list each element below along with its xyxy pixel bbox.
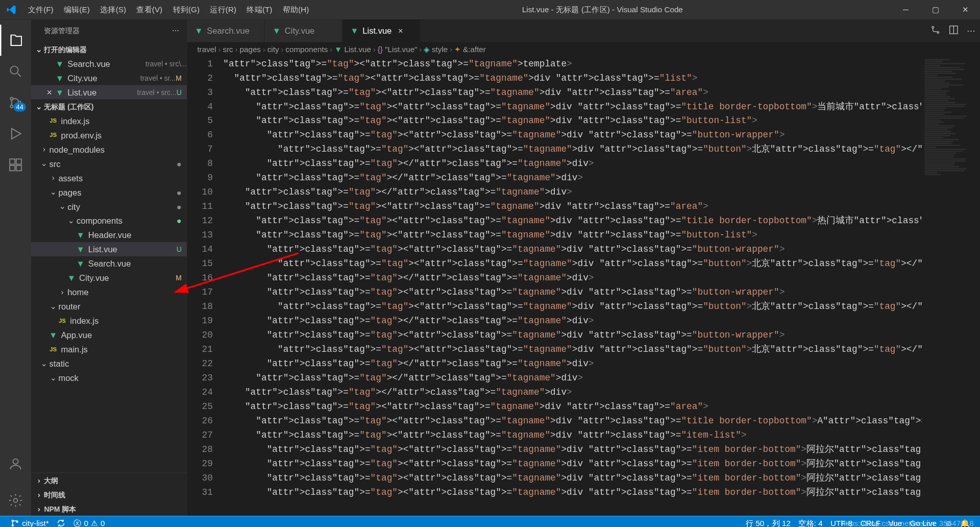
folder-name: router [58, 301, 187, 311]
minimap[interactable] [922, 57, 980, 516]
menu-item[interactable]: 编辑(E) [59, 0, 95, 19]
section-header[interactable]: ›大纲 [31, 473, 187, 488]
close-icon[interactable]: × [44, 87, 54, 97]
section-header[interactable]: ›NPM 脚本 [31, 501, 187, 516]
section-header[interactable]: ›时间线 [31, 488, 187, 502]
file-name: index.js [70, 316, 187, 325]
cursor-position[interactable]: 行 50，列 12 [742, 518, 794, 527]
tree-item[interactable]: ▼App.vue [31, 328, 187, 342]
tree-item[interactable]: ⌄components● [31, 213, 187, 228]
folder-chevron-icon: ⌄ [39, 159, 49, 168]
open-editors-header[interactable]: ⌄打开的编辑器 [31, 42, 187, 57]
breadcrumb-item[interactable]: {} "List.vue" [378, 45, 418, 54]
file-status: M [176, 274, 182, 281]
menu-item[interactable]: 终端(T) [241, 0, 277, 19]
activitybar: 44 [0, 19, 31, 516]
file-name: Search.vue [67, 59, 143, 68]
open-editor-item[interactable]: ×▼ List.vue travel • src...U [31, 85, 187, 100]
tree-item[interactable]: ▼List.vueU [31, 242, 187, 256]
sidebar-more-icon[interactable]: ⋯ [172, 27, 179, 35]
tree-item[interactable]: ⌄src● [31, 156, 187, 171]
breadcrumb-item[interactable]: components [285, 45, 328, 54]
open-editor-item[interactable]: ▼ Search.vue travel • src\... [31, 57, 187, 71]
split-editor-icon[interactable] [948, 25, 959, 37]
sidebar: 资源管理器 ⋯ ⌄打开的编辑器 ▼ Search.vue travel • sr… [31, 19, 187, 516]
git-branch[interactable]: city-list* [7, 519, 53, 527]
tree-item[interactable]: ›node_modules [31, 142, 187, 156]
tree-item[interactable]: ›assets [31, 171, 187, 185]
breadcrumb-item[interactable]: ◈ style [424, 45, 448, 54]
menu-item[interactable]: 文件(F) [22, 0, 58, 19]
menu-item[interactable]: 转到(G) [167, 0, 205, 19]
indentation[interactable]: 空格: 4 [795, 518, 827, 527]
file-status: U [177, 88, 182, 96]
workspace-header[interactable]: ⌄无标题 (工作区) [31, 99, 187, 113]
explorer-icon[interactable] [0, 25, 31, 56]
source-control-icon[interactable]: 44 [0, 87, 31, 118]
breadcrumb-item[interactable]: pages [239, 45, 261, 54]
settings-gear-icon[interactable] [0, 485, 31, 516]
folder-chevron-icon: › [57, 288, 67, 297]
statusbar: city-list* ⓧ0 ⚠0 行 50，列 12 空格: 4 UTF-8 C… [0, 516, 980, 527]
compare-changes-icon[interactable] [930, 25, 941, 37]
tree-item[interactable]: JSprod.env.js [31, 128, 187, 142]
sync-icon[interactable] [53, 519, 69, 527]
tree-item[interactable]: ⌄pages● [31, 185, 187, 199]
folder-chevron-icon: ⌄ [48, 302, 58, 311]
tree-item[interactable]: JSmain.js [31, 342, 187, 356]
breadcrumb-item[interactable]: city [267, 45, 279, 54]
close-button[interactable]: ✕ [950, 0, 980, 19]
breadcrumb-item[interactable]: ✦ &:after [454, 45, 486, 54]
extensions-icon[interactable] [0, 149, 31, 180]
editor-tabs: ▼Search.vue▼City.vue▼List.vue× ⋯ [187, 19, 980, 42]
search-icon[interactable] [0, 56, 31, 87]
tree-item[interactable]: ▼Header.vue [31, 228, 187, 242]
tree-item[interactable]: ⌄city● [31, 199, 187, 213]
accounts-icon[interactable] [0, 448, 31, 480]
tree-item[interactable]: JSindex.js [31, 113, 187, 128]
tree-item[interactable]: JSindex.js [31, 314, 187, 328]
tree-item[interactable]: ⌄static [31, 356, 187, 371]
vue-file-icon: ▼ [66, 273, 77, 282]
editor-more-icon[interactable]: ⋯ [967, 26, 975, 36]
folder-name: components [77, 216, 177, 226]
maximize-button[interactable]: ▢ [921, 0, 950, 19]
breadcrumbs[interactable]: travel›src›pages›city›components›▼ List.… [187, 42, 980, 57]
window-title: List.vue - 无标题 (工作区) - Visual Studio Cod… [314, 4, 891, 15]
untracked-dot-icon: ● [177, 216, 182, 226]
breadcrumb-item[interactable]: src [223, 45, 233, 54]
editor-tab[interactable]: ▼Search.vue [187, 19, 265, 42]
breadcrumb-item[interactable]: travel [197, 45, 216, 54]
menu-item[interactable]: 帮助(H) [278, 0, 314, 19]
file-path: travel • src... [137, 88, 177, 96]
tree-item[interactable]: ⌄router [31, 299, 187, 314]
problems[interactable]: ⓧ0 ⚠0 [69, 518, 109, 527]
tree-item[interactable]: ›home [31, 285, 187, 299]
tree-item[interactable]: ⌄mock [31, 371, 187, 385]
svg-point-11 [937, 32, 939, 33]
tree-item[interactable]: ▼City.vueM [31, 271, 187, 285]
sidebar-title: 资源管理器 [44, 26, 80, 36]
svg-rect-6 [10, 165, 15, 171]
menu-item[interactable]: 查看(V) [131, 0, 167, 19]
menu-item[interactable]: 运行(R) [205, 0, 241, 19]
folder-chevron-icon: › [48, 173, 58, 182]
file-status: M [176, 74, 182, 82]
vscode-logo-icon [0, 5, 22, 15]
code-content[interactable]: "attr">class"tag">="tag"><"attr">class"t… [223, 57, 922, 516]
file-status: U [177, 245, 182, 253]
breadcrumb-item[interactable]: ▼ List.vue [334, 45, 371, 54]
open-editor-item[interactable]: ▼ City.vue travel • sr...M [31, 71, 187, 85]
tab-close-icon[interactable]: × [398, 26, 403, 36]
folder-name: static [50, 358, 187, 368]
file-name: main.js [61, 344, 187, 354]
minimize-button[interactable]: ─ [891, 0, 920, 19]
folder-chevron-icon: ⌄ [48, 187, 58, 197]
editor-tab[interactable]: ▼List.vue× [342, 19, 421, 42]
file-name: City.vue [67, 73, 138, 83]
modified-dot-icon: ● [177, 159, 182, 169]
run-debug-icon[interactable] [0, 118, 31, 149]
tree-item[interactable]: ▼Search.vue [31, 256, 187, 271]
menu-item[interactable]: 选择(S) [95, 0, 131, 19]
editor-tab[interactable]: ▼City.vue [265, 19, 343, 42]
